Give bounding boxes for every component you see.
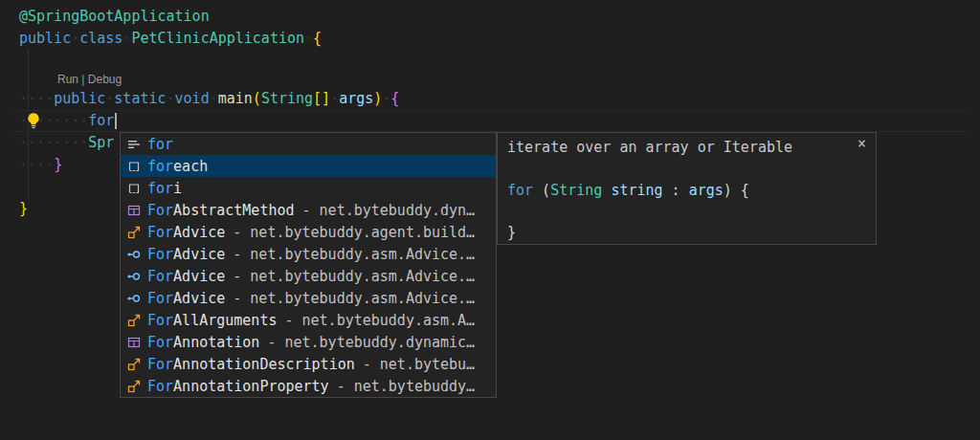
class-icon bbox=[126, 225, 142, 240]
suggestion-match: For bbox=[147, 334, 173, 351]
suggestion-match: for bbox=[147, 180, 173, 197]
suggestion-detail: - net.bytebuddy.dyn… bbox=[302, 202, 476, 219]
code-token: : bbox=[663, 182, 689, 199]
class-icon bbox=[126, 313, 142, 328]
line-blank[interactable] bbox=[19, 50, 399, 72]
code-token: · bbox=[330, 90, 339, 107]
suggest-widget: forforeachforiForAbstractMethod- net.byt… bbox=[120, 132, 497, 398]
suggestion-label: Advice bbox=[173, 246, 225, 263]
suggestion-label: each bbox=[173, 158, 208, 175]
suggestion-label: Advice bbox=[173, 290, 225, 307]
code-token: ···· bbox=[19, 90, 54, 107]
code-token: @SpringBootApplication bbox=[19, 8, 210, 25]
suggestion-item[interactable]: ForAdvice- net.bytebuddy.asm.Advice.… bbox=[121, 287, 496, 309]
line-main-method[interactable]: ····public·static·void·main(String[]·arg… bbox=[19, 88, 399, 110]
code-token: · bbox=[382, 90, 390, 107]
keyword-icon bbox=[126, 137, 142, 152]
code-token: public bbox=[54, 90, 105, 107]
code-token: ) { bbox=[724, 182, 749, 199]
suggestion-item[interactable]: ForAllArguments- net.bytebuddy.asm.A… bbox=[121, 309, 496, 331]
suggestion-detail: - net.bytebuddy.asm.Advice.… bbox=[233, 290, 475, 307]
suggestion-item[interactable]: for bbox=[121, 133, 496, 155]
suggestion-match: for bbox=[147, 136, 173, 153]
code-token: public bbox=[19, 30, 71, 47]
snippet-icon bbox=[126, 181, 142, 196]
code-token: for bbox=[88, 112, 114, 129]
codelens-separator: | bbox=[78, 73, 88, 86]
code-token: string bbox=[611, 182, 662, 199]
suggestion-item[interactable]: ForAdvice- net.bytebuddy.asm.Advice.… bbox=[121, 243, 496, 265]
interface-icon bbox=[126, 269, 142, 284]
doc-code-line: } bbox=[507, 222, 749, 243]
line-class-declaration[interactable]: public·class·PetClinicApplication·{ bbox=[19, 28, 399, 50]
suggestion-item[interactable]: ForAnnotationProperty- net.bytebuddy… bbox=[121, 375, 496, 397]
code-token: static bbox=[114, 90, 166, 107]
struct-icon bbox=[126, 203, 142, 218]
suggestion-label: i bbox=[173, 180, 182, 197]
suggestion-item[interactable]: ForAnnotationDescription- net.bytebu… bbox=[121, 353, 496, 375]
code-token: class bbox=[79, 30, 122, 47]
code-token: Spr bbox=[88, 134, 114, 151]
suggestion-match: For bbox=[147, 312, 173, 329]
codelens: Run | Debug bbox=[19, 72, 399, 88]
code-token: ( bbox=[533, 182, 550, 199]
codelens-run-link[interactable]: Run bbox=[57, 73, 78, 86]
suggestion-item[interactable]: ForAnnotation- net.bytebuddy.dynamic… bbox=[121, 331, 496, 353]
suggestion-item[interactable]: ForAbstractMethod- net.bytebuddy.dyn… bbox=[121, 199, 496, 221]
code-token: · bbox=[105, 90, 114, 107]
doc-description: iterate over an array or Iterable bbox=[507, 139, 792, 156]
suggestion-match: For bbox=[147, 246, 173, 263]
suggestion-item[interactable]: ForAdvice- net.bytebuddy.agent.build… bbox=[121, 221, 496, 243]
suggestion-label: Advice bbox=[173, 224, 225, 241]
suggestion-detail: - net.bytebu… bbox=[363, 356, 475, 373]
code-token: String bbox=[550, 182, 602, 199]
suggestion-item[interactable]: ForAdvice- net.bytebuddy.asm.Advice.… bbox=[121, 265, 496, 287]
doc-code-line bbox=[507, 201, 749, 222]
line-annotation[interactable]: @SpringBootApplication bbox=[19, 6, 399, 28]
code-token: · bbox=[71, 30, 79, 47]
code-token: String bbox=[261, 90, 313, 107]
class-icon bbox=[126, 357, 142, 372]
doc-code: for (String string : args) {} bbox=[507, 180, 749, 243]
code-token: main bbox=[218, 90, 253, 107]
suggestion-label: Annotation bbox=[173, 334, 259, 351]
class-icon bbox=[126, 379, 142, 394]
suggestion-item[interactable]: fori bbox=[121, 177, 496, 199]
code-token: ···· bbox=[19, 156, 54, 173]
suggestion-match: For bbox=[147, 356, 173, 373]
interface-icon bbox=[126, 291, 142, 306]
suggestion-label: AbstractMethod bbox=[173, 202, 294, 219]
suggestion-detail: - net.bytebuddy.asm.Advice.… bbox=[233, 268, 475, 285]
code-token: { bbox=[390, 90, 399, 107]
interface-icon bbox=[126, 247, 142, 262]
suggestion-match: For bbox=[147, 378, 173, 395]
code-token: } bbox=[54, 156, 62, 173]
code-token: ) bbox=[373, 90, 382, 107]
code-token: args bbox=[689, 182, 724, 199]
code-token: · bbox=[304, 30, 313, 47]
code-token: [] bbox=[313, 90, 330, 107]
suggestion-match: For bbox=[147, 268, 173, 285]
suggestion-item[interactable]: foreach bbox=[121, 155, 496, 177]
code-token: ( bbox=[253, 90, 261, 107]
snippet-icon bbox=[126, 159, 142, 174]
code-token: ········ bbox=[19, 134, 88, 151]
code-token: } bbox=[507, 224, 516, 241]
code-token: · bbox=[167, 90, 175, 107]
text-cursor bbox=[115, 113, 117, 129]
code-token: · bbox=[210, 90, 218, 107]
suggestion-label: AllArguments bbox=[173, 312, 277, 329]
code-token: } bbox=[19, 200, 28, 217]
code-token: void bbox=[175, 90, 210, 107]
codelens-debug-link[interactable]: Debug bbox=[88, 73, 122, 86]
doc-code-line: for (String string : args) { bbox=[507, 180, 749, 201]
close-icon[interactable]: × bbox=[858, 135, 866, 152]
suggestion-detail: - net.bytebuddy.agent.build… bbox=[233, 224, 475, 241]
suggestion-match: for bbox=[147, 158, 173, 175]
line-for-typing[interactable]: ········for bbox=[19, 110, 399, 132]
suggestion-detail: - net.bytebuddy.asm.A… bbox=[284, 312, 475, 329]
lightbulb-icon[interactable] bbox=[25, 112, 42, 129]
suggestion-label: AnnotationDescription bbox=[173, 356, 355, 373]
suggestion-label: AnnotationProperty bbox=[173, 378, 329, 395]
suggest-docs-panel: iterate over an array or Iterable × for … bbox=[497, 132, 877, 245]
